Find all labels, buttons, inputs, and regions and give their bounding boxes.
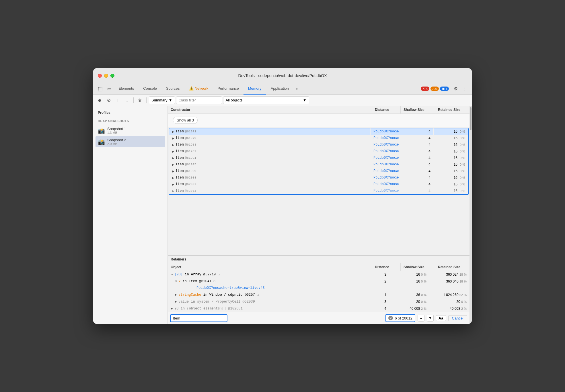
expand-icon[interactable]: ► xyxy=(171,307,174,310)
link-cell[interactable]: PoLdb0X?nocache=true&view=live:43 xyxy=(371,168,399,174)
summary-dropdown[interactable]: Summary ▼ xyxy=(149,96,175,104)
snapshot-1-item[interactable]: 📸 Snapshot 1 1.3 MB xyxy=(96,125,165,136)
link-cell[interactable]: PoLdb0X?nocache=true&view=live:43 xyxy=(371,148,399,154)
distance-column-header[interactable]: Distance xyxy=(372,106,401,113)
expand-icon[interactable]: ► xyxy=(175,300,178,303)
expand-icon[interactable]: ▶ xyxy=(172,176,174,179)
expand-icon[interactable]: ▼ xyxy=(171,273,174,276)
inspector-icon[interactable]: ⬚ xyxy=(96,85,105,93)
constructor-column-header[interactable]: Constructor xyxy=(168,106,372,113)
record-button[interactable]: ⏺ xyxy=(96,96,104,104)
all-objects-dropdown[interactable]: All objects ▼ xyxy=(223,96,309,104)
cancel-search-button[interactable]: Cancel xyxy=(448,315,467,321)
tab-sources[interactable]: Sources xyxy=(161,83,184,95)
table-row[interactable]: ▶Item @61987 PoLdb0X?nocache=true&view=l… xyxy=(169,148,468,155)
heap-snapshots-title: HEAP SNAPSHOTS xyxy=(96,118,165,124)
expand-icon[interactable]: ▼ xyxy=(175,280,178,283)
retained-size-column-header[interactable]: Retained Size xyxy=(435,106,469,113)
tab-performance[interactable]: Performance xyxy=(213,83,243,95)
delete-button[interactable]: 🗑 xyxy=(136,96,144,104)
window-icon: □ xyxy=(257,293,259,296)
search-prev-button[interactable]: ▲ xyxy=(418,315,424,322)
ret-shallow-header[interactable]: Shallow Size xyxy=(401,263,435,271)
expand-icon[interactable]: ▶ xyxy=(172,150,174,153)
more-tabs-button[interactable]: » xyxy=(293,87,300,91)
retainer-link-cell[interactable]: PoLdb0X?nocache=true&view=live:43 xyxy=(168,285,366,291)
upload-button[interactable]: ↑ xyxy=(114,96,122,104)
minimize-button[interactable] xyxy=(104,74,108,78)
maximize-button[interactable] xyxy=(110,74,114,78)
shallow-size-column-header[interactable]: Shallow Size xyxy=(401,106,435,113)
tab-elements[interactable]: Elements xyxy=(114,83,139,95)
snapshot-2-icon: 📸 xyxy=(98,138,105,145)
ret-retained-cell: 360 040 18 % xyxy=(429,278,469,285)
table-row[interactable]: ▶Item @62007 PoLdb0X?nocache=true&view=l… xyxy=(169,181,468,188)
ret-retained-header[interactable]: Retained Size xyxy=(435,263,469,271)
warning-badge[interactable]: △ 6 xyxy=(430,87,439,91)
expand-icon[interactable]: ▶ xyxy=(172,137,174,140)
constructor-cell: ▶Item @61979 xyxy=(169,135,371,141)
link-cell[interactable]: PoLdb0X?nocache=true&view=live:43 xyxy=(371,128,399,135)
link-cell[interactable]: PoLdb0X?nocache=true&view=live:43 xyxy=(371,142,399,148)
expand-icon[interactable]: ▶ xyxy=(172,143,174,146)
close-button[interactable] xyxy=(98,74,102,78)
expand-icon[interactable]: ▶ xyxy=(172,170,174,173)
table-row[interactable]: ▶Item @62003 PoLdb0X?nocache=true&view=l… xyxy=(169,175,468,181)
expand-icon[interactable]: ▶ xyxy=(172,156,174,160)
table-row[interactable]: ▶Item @62011 PoLdb0X?nocache=true&view=l… xyxy=(169,188,468,194)
retainer-row[interactable]: ► value in system / PropertyCell @62039 … xyxy=(168,298,469,305)
info-badge[interactable]: ▣ 1 xyxy=(440,87,449,91)
clear-button[interactable]: ⊘ xyxy=(105,96,113,104)
retainer-row[interactable]: ▼ x in Item @62041 □ 2 16 0 % 360 040 18… xyxy=(168,278,469,285)
tab-memory[interactable]: Memory xyxy=(243,83,266,95)
snapshot-2-name: Snapshot 2 xyxy=(107,138,163,142)
expand-icon[interactable]: ▶ xyxy=(172,163,174,166)
expand-icon[interactable]: ▶ xyxy=(172,189,174,193)
retainer-object-cell: ► stringCache in Window / cdpn.io @6257 … xyxy=(168,291,366,298)
shallow-cell: 160 % xyxy=(434,161,468,168)
match-case-button[interactable]: Aa xyxy=(436,315,446,321)
link-cell[interactable]: PoLdb0X?nocache=true&view=live:4... xyxy=(371,188,399,194)
retainer-row[interactable]: ► 93 in (object elements)[] @102681 4 40… xyxy=(168,305,469,312)
snapshot-2-item[interactable]: 📸 Snapshot 2 2.0 MB xyxy=(96,136,165,147)
error-badge[interactable]: ✕ 5 xyxy=(421,87,429,91)
link-cell[interactable]: PoLdb0X?nocache=true&view=live:43 xyxy=(371,155,399,161)
tab-console[interactable]: Console xyxy=(139,83,161,95)
table-row[interactable]: ▶Item @61983 PoLdb0X?nocache=true&view=l… xyxy=(169,142,468,148)
link-cell[interactable]: PoLdb0X?nocache=true&view=live:43 xyxy=(371,135,399,141)
table-row[interactable]: ▶Item @61995 PoLdb0X?nocache=true&view=l… xyxy=(169,161,468,168)
download-button[interactable]: ↓ xyxy=(123,96,131,104)
retainers-section: Retainers Object Distance Shallow Size R… xyxy=(168,255,469,312)
more-options-icon[interactable]: ⋮ xyxy=(460,85,469,93)
constructor-table-header: Constructor Distance Shallow Size Retain… xyxy=(168,106,469,114)
toolbar-divider2 xyxy=(146,97,147,103)
retainer-row[interactable]: ▼ [93] in Array @82719 □ 3 16 0 % 360 02… xyxy=(168,271,469,278)
expand-icon[interactable]: ► xyxy=(175,293,178,296)
table-row[interactable]: ▶Item @61999 PoLdb0X?nocache=true&view=l… xyxy=(169,168,468,175)
item-id: @61979 xyxy=(185,136,196,140)
expand-icon[interactable]: ▶ xyxy=(172,183,174,186)
settings-icon[interactable]: ⚙ xyxy=(451,85,460,93)
retainer-row[interactable]: PoLdb0X?nocache=true&view=live:43 xyxy=(168,285,469,291)
show-all-button[interactable]: Show all 3 xyxy=(173,117,198,124)
link-cell[interactable]: PoLdb0X?nocache=true&view=live:43 xyxy=(371,161,399,168)
object-column-header[interactable]: Object xyxy=(168,263,372,271)
device-toolbar-icon[interactable]: ▭ xyxy=(105,85,114,93)
search-input[interactable] xyxy=(173,316,225,320)
ret-distance-header[interactable]: Distance xyxy=(372,263,401,271)
tab-network[interactable]: ⚠️ Network xyxy=(184,83,213,95)
class-filter-input[interactable] xyxy=(176,96,222,104)
retainer-row[interactable]: ► stringCache in Window / cdpn.io @6257 … xyxy=(168,291,469,298)
search-clear-button[interactable]: ✕ xyxy=(388,316,393,320)
table-row[interactable]: ▶Item @61991 PoLdb0X?nocache=true&view=l… xyxy=(169,155,468,161)
link-cell[interactable]: PoLdb0X?nocache=true&view=live:43 xyxy=(371,175,399,181)
ret-shallow-cell2 xyxy=(389,287,429,289)
link-cell[interactable]: PoLdb0X?nocache=true&view=live:43 xyxy=(371,181,399,187)
table-row[interactable]: ▶Item @61979 PoLdb0X?nocache=true&view=l… xyxy=(169,135,468,142)
scrollbar[interactable] xyxy=(469,106,472,324)
expand-icon[interactable]: ▶ xyxy=(172,130,174,133)
highlighted-rows-group: ▶ Item @61971 PoLdb0X?nocache=true&view=… xyxy=(169,128,469,195)
tab-application[interactable]: Application xyxy=(266,83,294,95)
table-row[interactable]: ▶ Item @61971 PoLdb0X?nocache=true&view=… xyxy=(169,128,468,135)
search-next-button[interactable]: ▼ xyxy=(427,315,434,322)
